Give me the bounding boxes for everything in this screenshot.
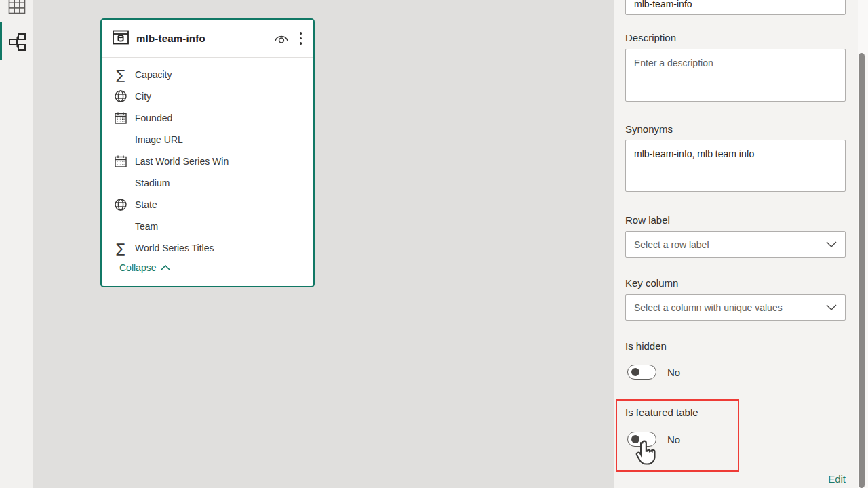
globe-icon — [113, 89, 128, 104]
model-view-icon[interactable] — [8, 33, 26, 50]
is-hidden-toggle-row: No — [627, 365, 680, 380]
row-label-label: Row label — [625, 214, 670, 226]
field-row-image-url[interactable]: Image URL — [102, 129, 313, 150]
field-row-founded[interactable]: Founded — [102, 107, 313, 129]
table-card-title: mlb-team-info — [136, 33, 273, 44]
model-canvas: mlb-team-info ∑ Capacity — [33, 0, 614, 488]
name-input[interactable]: mlb-team-info — [625, 0, 846, 15]
is-hidden-value: No — [667, 367, 680, 378]
no-icon — [113, 132, 128, 147]
field-row-team[interactable]: Team — [102, 216, 313, 237]
is-featured-table-label: Is featured table — [625, 407, 698, 418]
calendar-icon — [113, 110, 128, 125]
view-rail — [0, 0, 33, 488]
scrollbar-thumb[interactable] — [859, 53, 865, 488]
field-list: ∑ Capacity City — [102, 58, 313, 259]
row-label-dropdown[interactable]: Select a row label — [625, 231, 846, 258]
is-hidden-label: Is hidden — [625, 340, 667, 352]
table-view-icon[interactable] — [8, 0, 26, 14]
calendar-icon — [113, 154, 128, 169]
table-card-header: mlb-team-info — [102, 20, 313, 58]
selected-view-indicator — [0, 22, 2, 60]
is-hidden-toggle[interactable] — [627, 365, 656, 380]
table-icon — [112, 28, 130, 49]
scrollbar-track[interactable] — [858, 0, 868, 488]
field-row-world-series-titles[interactable]: ∑ World Series Titles — [102, 237, 313, 259]
more-options-icon[interactable] — [298, 30, 304, 46]
no-icon — [113, 176, 128, 190]
globe-icon — [113, 197, 128, 212]
chevron-down-icon — [826, 241, 837, 247]
synonyms-label: Synonyms — [625, 123, 673, 135]
table-card-mlb-team-info[interactable]: mlb-team-info ∑ Capacity — [100, 18, 315, 287]
chevron-up-icon — [161, 265, 170, 270]
field-row-city[interactable]: City — [102, 85, 313, 107]
key-column-label: Key column — [625, 277, 678, 289]
field-row-last-world-series-win[interactable]: Last World Series Win — [102, 150, 313, 172]
properties-panel: mlb-team-info Description Synonyms mlb-t… — [614, 0, 868, 488]
collapse-link[interactable]: Collapse — [119, 262, 170, 273]
is-featured-table-value: No — [667, 434, 680, 445]
key-column-dropdown[interactable]: Select a column with unique values — [625, 294, 846, 321]
edit-link[interactable]: Edit — [828, 473, 846, 485]
field-row-state[interactable]: State — [102, 194, 313, 216]
visibility-eye-icon[interactable] — [273, 32, 290, 45]
synonyms-input[interactable]: mlb-team-info, mlb team info — [625, 140, 846, 192]
field-row-capacity[interactable]: ∑ Capacity — [102, 64, 313, 85]
no-icon — [113, 219, 128, 234]
is-featured-table-toggle-row: No — [627, 432, 680, 447]
is-featured-table-toggle[interactable] — [627, 432, 656, 447]
sigma-icon: ∑ — [113, 67, 128, 82]
sigma-icon: ∑ — [113, 241, 128, 256]
description-label: Description — [625, 32, 676, 43]
field-row-stadium[interactable]: Stadium — [102, 172, 313, 194]
chevron-down-icon — [826, 304, 837, 310]
description-input[interactable] — [625, 49, 846, 102]
